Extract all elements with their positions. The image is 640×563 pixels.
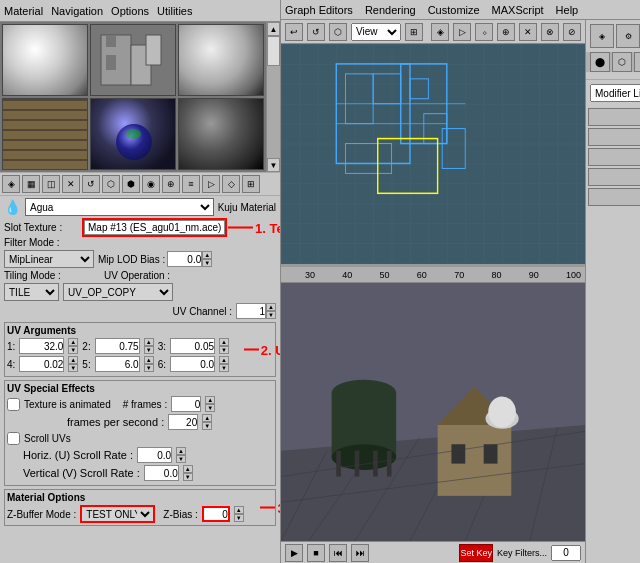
fps-up[interactable]: ▲ xyxy=(202,414,212,422)
slot-texture-value[interactable]: Map #13 (ES_agu01_nm.ace) xyxy=(84,220,225,235)
tool-btn-1[interactable]: ◈ xyxy=(2,175,20,193)
cmd-btn-2[interactable]: ⚙ xyxy=(616,24,640,48)
uv-op-select[interactable]: UV_OP_COPY xyxy=(63,283,173,301)
graph-tool-4[interactable]: ⊞ xyxy=(405,23,423,41)
sidebar-tab-1[interactable]: ⬤ xyxy=(590,52,610,72)
tool-btn-5[interactable]: ↺ xyxy=(82,175,100,193)
uv-arg4-input[interactable] xyxy=(19,356,64,372)
animated-checkbox[interactable] xyxy=(7,398,20,411)
uv-arg1-up[interactable]: ▲ xyxy=(68,338,78,346)
graph-tool-10[interactable]: ⊗ xyxy=(541,23,559,41)
sidebar-tool-1[interactable]: ⊞ xyxy=(588,108,640,126)
graph-tool-7[interactable]: ⬦ xyxy=(475,23,493,41)
graph-tool-3[interactable]: ⬡ xyxy=(329,23,347,41)
tool-btn-8[interactable]: ◉ xyxy=(142,175,160,193)
vert-scroll-input[interactable] xyxy=(144,465,179,481)
vert-up[interactable]: ▲ xyxy=(183,465,193,473)
material-name-select[interactable]: Agua xyxy=(25,198,214,216)
thumb-5[interactable] xyxy=(90,98,176,170)
graph-editors-menu[interactable]: Graph Editors xyxy=(285,4,353,16)
thumb-1[interactable] xyxy=(2,24,88,96)
tool-btn-12[interactable]: ◇ xyxy=(222,175,240,193)
frame-input[interactable] xyxy=(551,545,581,561)
tool-btn-11[interactable]: ▷ xyxy=(202,175,220,193)
menu-material[interactable]: Material xyxy=(4,5,43,17)
sidebar-tab-2[interactable]: ⬡ xyxy=(612,52,632,72)
graph-tool-9[interactable]: ✕ xyxy=(519,23,537,41)
zbias-input[interactable] xyxy=(202,506,230,522)
play-btn[interactable]: ▶ xyxy=(285,544,303,562)
zbias-up[interactable]: ▲ xyxy=(234,506,244,514)
sidebar-tab-3[interactable]: ⊕ xyxy=(634,52,640,72)
scroll-thumb[interactable] xyxy=(267,36,280,66)
mip-spin-up[interactable]: ▲ xyxy=(202,251,212,259)
tool-btn-13[interactable]: ⊞ xyxy=(242,175,260,193)
modifier-list-select[interactable]: Modifier List xyxy=(590,84,640,102)
thumb-3[interactable] xyxy=(178,24,264,96)
stop-btn[interactable]: ■ xyxy=(307,544,325,562)
uv-arg2-up[interactable]: ▲ xyxy=(144,338,154,346)
mip-lod-input[interactable] xyxy=(167,251,202,267)
tool-btn-3[interactable]: ◫ xyxy=(42,175,60,193)
vert-down[interactable]: ▼ xyxy=(183,473,193,481)
scroll-uvs-checkbox[interactable] xyxy=(7,432,20,445)
customize-menu[interactable]: Customize xyxy=(428,4,480,16)
tool-btn-10[interactable]: ≡ xyxy=(182,175,200,193)
uv-arg5-up[interactable]: ▲ xyxy=(144,356,154,364)
cmd-btn-1[interactable]: ◈ xyxy=(590,24,614,48)
scroll-down-btn[interactable]: ▼ xyxy=(267,158,280,172)
uv-arg2-down[interactable]: ▼ xyxy=(144,346,154,354)
uv-arg6-down[interactable]: ▼ xyxy=(219,364,229,372)
view-select[interactable]: View xyxy=(351,23,401,41)
uv-arg3-down[interactable]: ▼ xyxy=(219,346,229,354)
blueprint-viewport[interactable]: Top xyxy=(281,44,585,264)
uv-arg6-input[interactable] xyxy=(170,356,215,372)
mip-spin-down[interactable]: ▼ xyxy=(202,259,212,267)
uv-arg5-down[interactable]: ▼ xyxy=(144,364,154,372)
uv-arg1-down[interactable]: ▼ xyxy=(68,346,78,354)
uv-ch-spin-up[interactable]: ▲ xyxy=(266,303,276,311)
graph-tool-8[interactable]: ⊕ xyxy=(497,23,515,41)
fps-input[interactable] xyxy=(168,414,198,430)
frames-input[interactable] xyxy=(171,396,201,412)
next-frame-btn[interactable]: ⏭ xyxy=(351,544,369,562)
tool-btn-6[interactable]: ⬡ xyxy=(102,175,120,193)
menu-navigation[interactable]: Navigation xyxy=(51,5,103,17)
graph-tool-2[interactable]: ↺ xyxy=(307,23,325,41)
key-filters-label[interactable]: Key Filters... xyxy=(497,548,547,558)
uv-arg1-input[interactable] xyxy=(19,338,64,354)
tiling-select[interactable]: TILE xyxy=(4,283,59,301)
uv-arg3-input[interactable] xyxy=(170,338,215,354)
filter-mode-select[interactable]: MipLinear xyxy=(4,250,94,268)
uv-arg4-up[interactable]: ▲ xyxy=(68,356,78,364)
tool-btn-4[interactable]: ✕ xyxy=(62,175,80,193)
uv-ch-spin-down[interactable]: ▼ xyxy=(266,311,276,319)
tool-btn-2[interactable]: ▦ xyxy=(22,175,40,193)
mip-lod-spinner[interactable]: ▲ ▼ xyxy=(202,251,212,267)
viewport-3d[interactable]: 30 40 50 60 70 80 90 100 xyxy=(281,267,585,541)
frames-down[interactable]: ▼ xyxy=(205,404,215,412)
graph-tool-5[interactable]: ◈ xyxy=(431,23,449,41)
rendering-menu[interactable]: Rendering xyxy=(365,4,416,16)
sidebar-tool-5[interactable]: ↓ xyxy=(588,188,640,206)
uv-channel-spinner[interactable]: ▲ ▼ xyxy=(266,303,276,319)
fps-down[interactable]: ▼ xyxy=(202,422,212,430)
menu-options[interactable]: Options xyxy=(111,5,149,17)
horiz-down[interactable]: ▼ xyxy=(176,455,186,463)
uv-arg3-up[interactable]: ▲ xyxy=(219,338,229,346)
horiz-scroll-input[interactable] xyxy=(137,447,172,463)
set-key-button[interactable]: Set Key xyxy=(459,544,493,562)
scroll-up-btn[interactable]: ▲ xyxy=(267,22,280,36)
frames-up[interactable]: ▲ xyxy=(205,396,215,404)
uv-arg4-down[interactable]: ▼ xyxy=(68,364,78,372)
thumb-2[interactable] xyxy=(90,24,176,96)
sidebar-tool-3[interactable]: ✕ xyxy=(588,148,640,166)
uv-arg6-up[interactable]: ▲ xyxy=(219,356,229,364)
uv-arg5-input[interactable] xyxy=(95,356,140,372)
menu-utilities[interactable]: Utilities xyxy=(157,5,192,17)
sidebar-tool-2[interactable]: ⊟ xyxy=(588,128,640,146)
uv-channel-input[interactable] xyxy=(236,303,266,319)
sidebar-tool-4[interactable]: ↑ xyxy=(588,168,640,186)
help-menu[interactable]: Help xyxy=(556,4,579,16)
tool-btn-7[interactable]: ⬢ xyxy=(122,175,140,193)
